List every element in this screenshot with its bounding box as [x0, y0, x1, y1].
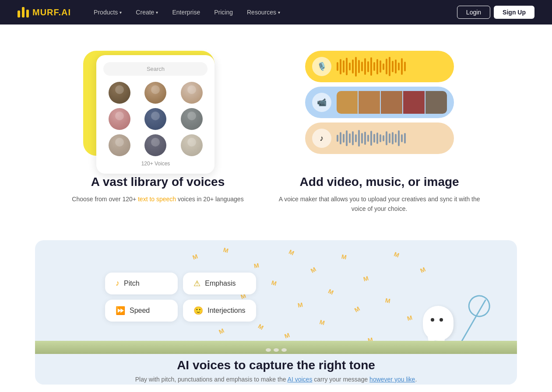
- audio-waveform: [337, 57, 447, 77]
- signup-button[interactable]: Sign Up: [494, 6, 534, 19]
- avatar: [109, 82, 130, 104]
- avatar: [109, 134, 130, 156]
- ground-stones: [266, 348, 287, 352]
- video-row: 📹: [305, 87, 454, 118]
- interjections-icon: 🙂: [193, 306, 203, 315]
- video-cell: [425, 91, 447, 114]
- avatar: [109, 108, 130, 130]
- music-waveform: [337, 130, 447, 147]
- video-cell: [337, 91, 358, 114]
- main-content: Search 120+ Voices A vast lib: [0, 0, 552, 392]
- voice-library-feature: Search 120+ Voices A vast lib: [72, 42, 243, 214]
- logo[interactable]: MURF.AI: [18, 7, 71, 18]
- logo-text: MURF.AI: [32, 7, 71, 18]
- however-link[interactable]: however you like: [369, 376, 415, 383]
- voice-library-desc: Choose from over 120+ text to speech voi…: [72, 194, 243, 204]
- avatar: [144, 108, 166, 130]
- tone-desc: Play with pitch, punctuations and emphas…: [53, 376, 499, 383]
- logo-name: MURF: [32, 7, 59, 17]
- avatar: [144, 82, 166, 104]
- char-left-eye: [431, 318, 434, 322]
- video-strip: [337, 91, 447, 114]
- logo-suffix: .AI: [59, 7, 71, 17]
- character-body: [423, 306, 454, 341]
- tone-title: AI voices to capture the right tone: [53, 358, 499, 372]
- avatar: [181, 82, 203, 104]
- media-feature-desc: A voice maker that allows you to upload …: [279, 194, 480, 214]
- avatar: [181, 134, 203, 156]
- products-chevron-icon: ▾: [120, 10, 122, 15]
- features-section: Search 120+ Voices A vast lib: [0, 24, 552, 240]
- tone-section-wrapper: M M M M M M M M M M M M M M M M M: [0, 240, 552, 392]
- mic-icon: 🎙️: [312, 57, 331, 76]
- video-cell: [381, 91, 402, 114]
- pitch-button[interactable]: ♪ Pitch: [105, 273, 178, 294]
- logo-bar-1: [18, 10, 20, 18]
- ground: [35, 341, 517, 354]
- create-chevron-icon: ▾: [156, 10, 158, 15]
- nav-products[interactable]: Products ▾: [88, 6, 127, 18]
- media-feature-title: Add video, music, or image: [300, 175, 459, 189]
- music-icon: ♪: [312, 129, 331, 148]
- voice-card: Search 120+ Voices: [96, 55, 214, 174]
- login-button[interactable]: Login: [457, 6, 490, 19]
- emphasis-icon: ⚠: [193, 279, 200, 288]
- speed-button[interactable]: ⏩ Speed: [105, 300, 178, 322]
- voice-library-title: A vast library of voices: [91, 175, 225, 189]
- logo-bar-2: [22, 7, 25, 18]
- nav-enterprise[interactable]: Enterprise: [167, 6, 205, 18]
- logo-bar-3: [26, 10, 29, 18]
- speed-icon: ⏩: [116, 306, 125, 315]
- voice-count: 120+ Voices: [103, 161, 207, 167]
- voice-card-container: Search 120+ Voices: [83, 42, 232, 164]
- resources-chevron-icon: ▾: [278, 10, 280, 15]
- tone-text: AI voices to capture the right tone Play…: [35, 354, 517, 385]
- ai-voices-link[interactable]: AI voices: [288, 376, 313, 383]
- video-cell: [403, 91, 425, 114]
- nav-actions: Login Sign Up: [457, 6, 534, 19]
- nav-create[interactable]: Create ▾: [130, 6, 163, 18]
- tts-link[interactable]: text to speech: [138, 196, 176, 203]
- audio-row: 🎙️: [305, 51, 454, 82]
- tone-section: M M M M M M M M M M M M M M M M M: [35, 240, 517, 385]
- navigation: MURF.AI Products ▾ Create ▾ Enterprise P…: [0, 0, 552, 24]
- nav-links: Products ▾ Create ▾ Enterprise Pricing R…: [88, 6, 457, 18]
- media-card-container: 🎙️: [296, 42, 463, 164]
- avatar: [144, 134, 166, 156]
- pitch-icon: ♪: [116, 279, 120, 288]
- voice-search: Search: [103, 62, 207, 76]
- video-cell: [359, 91, 380, 114]
- control-buttons: ♪ Pitch ⚠ Emphasis ⏩ Speed 🙂 Interjectio…: [105, 273, 256, 322]
- nav-resources[interactable]: Resources ▾: [242, 6, 285, 18]
- music-row: ♪: [305, 122, 454, 154]
- avatar: [181, 108, 203, 130]
- logo-icon: [18, 7, 29, 18]
- media-feature: 🎙️: [279, 42, 480, 214]
- nav-pricing[interactable]: Pricing: [209, 6, 238, 18]
- video-icon: 📹: [312, 93, 331, 112]
- emphasis-button[interactable]: ⚠ Emphasis: [183, 273, 256, 294]
- avatar-grid: [103, 82, 207, 156]
- char-right-eye: [439, 318, 443, 322]
- interjections-button[interactable]: 🙂 Interjections: [183, 300, 256, 322]
- tone-illustration: M M M M M M M M M M M M M M M M M: [35, 240, 517, 354]
